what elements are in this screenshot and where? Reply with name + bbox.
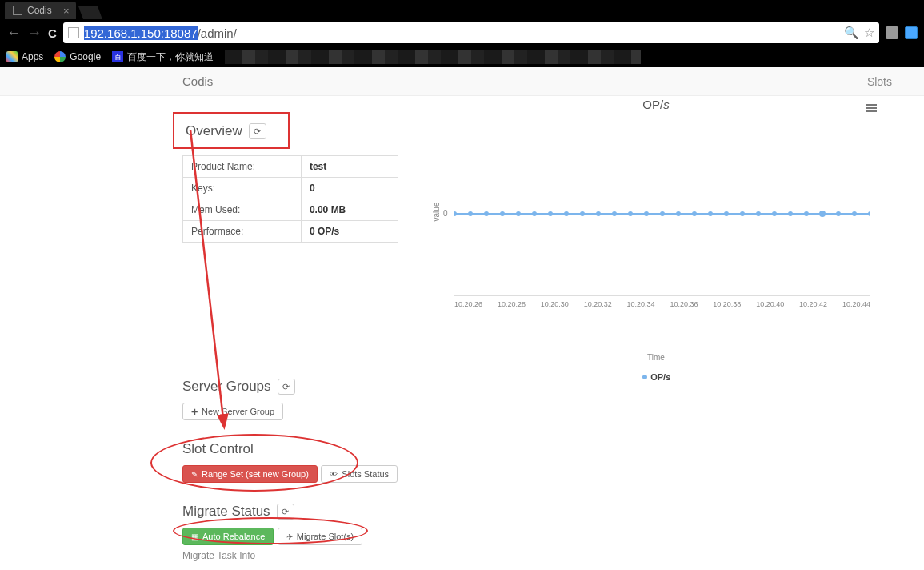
- xtick: 10:20:30: [541, 300, 569, 308]
- row-label: Mem Used:: [183, 199, 302, 221]
- svg-point-18: [708, 211, 713, 216]
- tab-title: Codis: [27, 5, 52, 16]
- button-label: Migrate Slot(s): [297, 532, 354, 541]
- chart-line: [454, 175, 870, 255]
- bookmark-baidu[interactable]: 百 百度一下，你就知道: [112, 50, 214, 64]
- migrate-refresh-button[interactable]: ⟳: [277, 504, 294, 520]
- row-value: 0.00 MB: [301, 199, 398, 221]
- svg-point-28: [868, 211, 870, 216]
- obscured-region: [225, 50, 641, 64]
- xtick: 10:20:36: [670, 300, 698, 308]
- svg-point-15: [660, 211, 665, 216]
- svg-point-6: [516, 211, 521, 216]
- chart-title: OP/s: [432, 98, 880, 111]
- zoom-icon[interactable]: 🔍: [844, 26, 859, 40]
- svg-point-21: [756, 211, 761, 216]
- url-host: 192.168.1.150:18087: [84, 26, 198, 40]
- forward-button: →: [27, 25, 42, 42]
- overview-title: Overview: [186, 123, 242, 139]
- chart-legend[interactable]: ● OP/s: [432, 370, 880, 383]
- page: Codis Slots Overview ⟳ Product Name:test…: [0, 67, 924, 570]
- address-bar[interactable]: 192.168.1.150:18087/admin/ 🔍 ☆: [63, 22, 879, 43]
- svg-point-14: [644, 211, 649, 216]
- star-icon[interactable]: ☆: [864, 26, 874, 40]
- svg-point-13: [628, 211, 633, 216]
- xtick: 10:20:38: [713, 300, 741, 308]
- xtick: 10:20:42: [799, 300, 827, 308]
- server-groups-title: Server Groups: [182, 379, 271, 395]
- baidu-icon: 百: [112, 51, 123, 62]
- svg-point-27: [852, 211, 857, 216]
- chart-xticks: 10:20:26 10:20:28 10:20:30 10:20:32 10:2…: [454, 300, 870, 308]
- row-value: test: [301, 156, 398, 178]
- row-label: Product Name:: [183, 156, 302, 178]
- table-row: Keys:0: [183, 178, 398, 199]
- svg-point-10: [580, 211, 585, 216]
- svg-point-20: [740, 211, 745, 216]
- svg-point-8: [548, 211, 553, 216]
- left-column: Overview ⟳ Product Name:test Keys:0 Mem …: [182, 112, 446, 570]
- reload-button[interactable]: C: [48, 26, 57, 40]
- chart-xlabel: Time: [432, 353, 880, 362]
- nav-slots-link[interactable]: Slots: [867, 75, 892, 88]
- page-icon: [13, 6, 22, 15]
- xtick: 10:20:44: [842, 300, 870, 308]
- row-label: Keys:: [183, 178, 302, 199]
- table-row: Performace:0 OP/s: [183, 221, 398, 243]
- row-value: 0 OP/s: [301, 221, 398, 243]
- bookmark-label: Apps: [22, 51, 43, 62]
- migrate-slots-button[interactable]: ✈ Migrate Slot(s): [278, 528, 363, 545]
- overview-table: Product Name:test Keys:0 Mem Used:0.00 M…: [182, 155, 398, 243]
- close-tab-icon[interactable]: ×: [63, 5, 70, 17]
- button-label: Slots Status: [342, 469, 389, 479]
- svg-point-7: [532, 211, 537, 216]
- bookmark-label: Google: [70, 51, 101, 62]
- server-groups-section: Server Groups ⟳ ✚ New Server Group: [182, 379, 446, 420]
- slots-status-button[interactable]: 👁 Slots Status: [321, 465, 398, 483]
- xtick: 10:20:28: [498, 300, 526, 308]
- chart-title-post: s: [663, 98, 670, 111]
- svg-point-12: [612, 211, 617, 216]
- range-set-button[interactable]: ✎ Range Set (set new Group): [182, 465, 318, 483]
- legend-series-name: OP/s: [650, 372, 670, 382]
- chart-plot: value 0 10:20:26 10:20:28 10:20:30 10:20…: [432, 135, 880, 303]
- extension-button-2[interactable]: [905, 26, 918, 39]
- plane-icon: ✈: [286, 532, 293, 541]
- svg-point-23: [788, 211, 793, 216]
- app-navbar: Codis Slots: [0, 67, 924, 96]
- svg-point-11: [596, 211, 601, 216]
- svg-point-24: [804, 211, 809, 216]
- new-server-group-button[interactable]: ✚ New Server Group: [182, 403, 283, 420]
- svg-point-19: [724, 211, 729, 216]
- browser-tab[interactable]: Codis ×: [5, 2, 76, 19]
- overview-refresh-button[interactable]: ⟳: [249, 123, 266, 139]
- bookmark-apps[interactable]: Apps: [6, 51, 43, 62]
- xtick: 10:20:26: [454, 300, 482, 308]
- button-label: Range Set (set new Group): [202, 469, 309, 479]
- extension-button-1[interactable]: [886, 26, 898, 39]
- svg-point-3: [468, 211, 473, 216]
- server-groups-refresh-button[interactable]: ⟳: [278, 379, 295, 395]
- chart-menu-button[interactable]: [866, 102, 877, 114]
- new-tab-button[interactable]: [78, 6, 102, 19]
- migrate-section: Migrate Status ⟳ ▦ Auto Rebalance ✈ Migr…: [182, 504, 446, 561]
- pencil-icon: ✎: [191, 470, 198, 479]
- auto-rebalance-button[interactable]: ▦ Auto Rebalance: [182, 528, 274, 545]
- table-row: Mem Used:0.00 MB: [183, 199, 398, 221]
- plus-icon: ✚: [191, 407, 198, 416]
- button-label: New Server Group: [202, 407, 274, 416]
- bookmark-google[interactable]: Google: [54, 51, 101, 62]
- url-path: /admin/: [198, 26, 237, 40]
- button-label: Auto Rebalance: [202, 532, 265, 541]
- eye-icon: 👁: [330, 470, 338, 479]
- slot-control-title: Slot Control: [182, 441, 254, 457]
- xtick: 10:20:40: [756, 300, 784, 308]
- svg-point-4: [484, 211, 489, 216]
- slot-control-section: Slot Control ✎ Range Set (set new Group)…: [182, 441, 446, 483]
- svg-point-16: [676, 211, 681, 216]
- svg-point-5: [500, 211, 505, 216]
- google-icon: [54, 51, 66, 62]
- back-button[interactable]: ←: [6, 25, 21, 42]
- app-brand[interactable]: Codis: [182, 74, 213, 88]
- chart-title-pre: OP: [642, 98, 660, 111]
